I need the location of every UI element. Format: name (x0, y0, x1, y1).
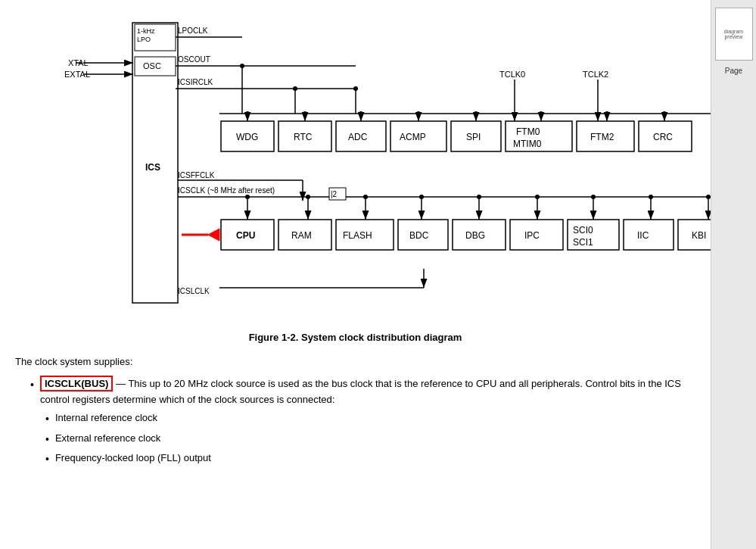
svg-text:EXTAL: EXTAL (64, 70, 90, 79)
sub-bullet-3: • Frequency-locked loop (FLL) output (45, 451, 695, 467)
ics-label: ICS (145, 162, 160, 173)
sidebar-panel: diagrampreview Page (711, 0, 756, 549)
sidebar-thumbnail[interactable]: diagrampreview (715, 8, 753, 61)
svg-text:LPO: LPO (137, 36, 151, 43)
svg-text:ACMP: ACMP (400, 132, 426, 142)
svg-text:|2: |2 (331, 190, 338, 198)
text-block: The clock system supplies: • ICSCLK(BUS)… (15, 354, 695, 468)
svg-text:SPI: SPI (466, 132, 481, 142)
svg-text:ICSCLK (~8 MHz after reset): ICSCLK (~8 MHz after reset) (178, 186, 275, 195)
svg-text:TCLK2: TCLK2 (583, 70, 608, 79)
icsclk-bullet: • ICSCLK(BUS) — This up to 20 MHz clock … (30, 376, 695, 408)
svg-text:SCI0: SCI0 (573, 225, 593, 236)
svg-text:WDG: WDG (236, 132, 258, 142)
icsclk-description: — This up to 20 MHz clock source is used… (40, 378, 681, 405)
svg-text:LPOCLK: LPOCLK (178, 27, 208, 35)
svg-text:ICSLCLK: ICSLCLK (178, 287, 210, 295)
icsclk-text: ICSCLK(BUS) — This up to 20 MHz clock so… (40, 376, 695, 408)
bullet-dot-icsclk: • (30, 376, 34, 393)
svg-text:IIC: IIC (637, 230, 649, 241)
svg-text:BDC: BDC (409, 230, 429, 241)
svg-text:ICSIRCLK: ICSIRCLK (178, 78, 213, 86)
svg-text:KBI: KBI (692, 230, 706, 241)
svg-text:OSCOUT: OSCOUT (178, 55, 210, 64)
sub-bullet-dot-1: • (45, 410, 49, 427)
icsclk-label: ICSCLK(BUS) (40, 376, 114, 391)
clock-diagram: ICS 1-kHz LPO OSC XTAL EXTAL LPOCLK OSCO… (15, 15, 711, 318)
svg-text:TCLK0: TCLK0 (499, 70, 525, 79)
sub-bullet-dot-3: • (45, 451, 49, 467)
svg-text:RAM: RAM (291, 230, 312, 241)
svg-text:FTM2: FTM2 (590, 132, 614, 142)
svg-text:SCI1: SCI1 (573, 237, 593, 248)
sidebar-page-label: Page (725, 67, 742, 75)
figure-caption: Figure 1-2. System clock distribution di… (15, 332, 695, 343)
svg-marker-110 (208, 229, 219, 241)
sub-bullets: • Internal reference clock • External re… (45, 410, 695, 467)
svg-text:1-kHz: 1-kHz (137, 27, 155, 35)
svg-text:CPU: CPU (236, 230, 255, 241)
svg-text:RTC: RTC (294, 132, 313, 142)
sub-bullet-label-2: External reference clock (55, 431, 160, 447)
svg-text:ICSFFCLK: ICSFFCLK (178, 171, 215, 179)
sub-bullet-label-1: Internal reference clock (55, 410, 157, 426)
sub-bullet-dot-2: • (45, 431, 49, 448)
sub-bullet-label-3: Frequency-locked loop (FLL) output (55, 451, 211, 466)
svg-text:MTIM0: MTIM0 (513, 139, 542, 149)
svg-text:DBG: DBG (465, 230, 485, 241)
svg-text:IPC: IPC (524, 230, 540, 241)
diagram-container: ICS 1-kHz LPO OSC XTAL EXTAL LPOCLK OSCO… (15, 15, 695, 320)
svg-text:FLASH: FLASH (343, 230, 372, 241)
svg-text:FTM0: FTM0 (516, 126, 540, 137)
main-content: ICS 1-kHz LPO OSC XTAL EXTAL LPOCLK OSCO… (0, 0, 711, 549)
intro-text: The clock system supplies: (15, 354, 695, 370)
svg-text:OSC: OSC (143, 61, 161, 70)
sub-bullet-1: • Internal reference clock (45, 410, 695, 427)
svg-text:CRC: CRC (653, 132, 673, 142)
svg-text:ADC: ADC (348, 132, 368, 142)
sub-bullet-2: • External reference clock (45, 431, 695, 448)
